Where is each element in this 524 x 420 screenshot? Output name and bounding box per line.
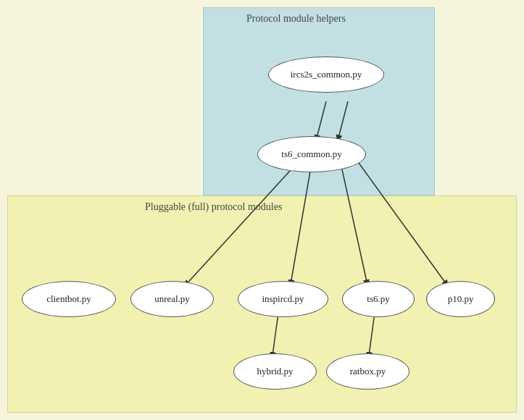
node-ircs2s-common: ircs2s_common.py — [268, 56, 384, 93]
node-unreal: unreal.py — [130, 281, 214, 317]
protocol-helpers-label: Protocol module helpers — [246, 13, 346, 25]
node-clientbot: clientbot.py — [22, 281, 116, 317]
node-ts6: ts6.py — [342, 281, 415, 317]
diagram-container: Protocol module helpers Pluggable (full)… — [0, 0, 524, 420]
node-p10: p10.py — [426, 281, 495, 317]
node-ts6-common: ts6_common.py — [257, 136, 366, 172]
node-ratbox: ratbox.py — [326, 353, 409, 390]
pluggable-modules-label: Pluggable (full) protocol modules — [145, 201, 282, 213]
node-inspircd: inspircd.py — [238, 281, 328, 317]
node-hybrid: hybrid.py — [233, 353, 317, 390]
